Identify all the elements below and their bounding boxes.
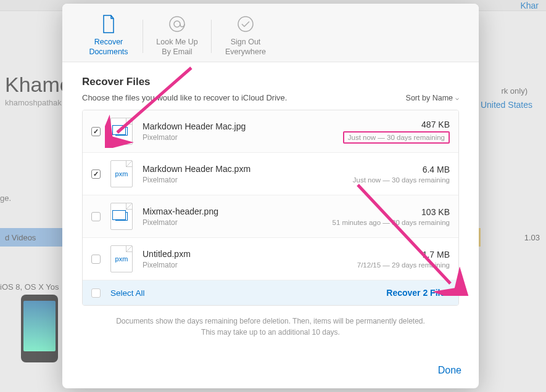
tab-look-me-up[interactable]: Look Me UpBy Email	[143, 11, 211, 62]
note-line2: This may take up to an additional 10 day…	[201, 328, 340, 337]
file-row[interactable]: ✓ pxm Markdown Header Mac.pxm Pixelmator…	[83, 153, 458, 195]
file-row[interactable]: ✓ Markdown Header Mac.jpg Pixelmator 487…	[83, 110, 458, 153]
modal-footer: Done	[62, 359, 479, 388]
file-checkbox[interactable]: ✓	[91, 127, 101, 136]
checkmark-circle-icon	[236, 15, 255, 33]
recover-button[interactable]: Recover 2 Files	[386, 288, 450, 298]
select-all-label: Select All	[110, 288, 145, 298]
modal-body: Recover Files Choose the files you would…	[62, 62, 479, 359]
file-app: Pixelmator	[143, 176, 353, 184]
tab0-l1: Recover	[94, 38, 123, 46]
tab2-l1: Sign Out	[231, 38, 261, 46]
chevron-down-icon: ⌵	[455, 94, 459, 101]
at-sign-icon	[168, 15, 186, 33]
tab1-l2: By Email	[162, 47, 192, 56]
file-name: Untitled.pxm	[143, 249, 357, 259]
tab2-l2: Everywhere	[225, 47, 266, 56]
pxm-icon: pxm	[115, 170, 128, 178]
done-button[interactable]: Done	[438, 365, 461, 376]
heading: Recover Files	[82, 76, 459, 88]
tab-recover-documents[interactable]: RecoverDocuments	[75, 11, 143, 62]
highlight-annotation: Just now — 30 days remaining	[343, 131, 450, 144]
note-line1: Documents show the days remaining before…	[116, 317, 425, 325]
file-name: Markdown Header Mac.pxm	[143, 164, 353, 174]
svg-point-0	[170, 17, 184, 31]
svg-point-1	[174, 21, 180, 27]
recover-modal: RecoverDocuments Look Me UpBy Email Sign…	[62, 4, 479, 388]
footer-note: Documents show the days remaining before…	[101, 316, 441, 338]
subtitle: Choose the files you would like to recov…	[82, 93, 287, 102]
tab0-l2: Documents	[89, 47, 128, 56]
file-name: Markdown Header Mac.jpg	[143, 121, 343, 131]
file-row[interactable]: pxm Untitled.pxm Pixelmator 1.7 MB 7/12/…	[83, 238, 458, 280]
file-checkbox[interactable]: ✓	[91, 169, 101, 179]
select-all-checkbox[interactable]	[91, 288, 101, 298]
select-all-button[interactable]: Select All	[91, 288, 145, 298]
action-row: Select All Recover 2 Files	[83, 280, 458, 305]
file-app: Pixelmator	[143, 133, 343, 142]
file-size: 1.7 MB	[357, 250, 450, 259]
modal-tabs: RecoverDocuments Look Me UpBy Email Sign…	[62, 4, 479, 62]
file-time: Just now — 30 days remaining	[348, 134, 445, 141]
file-name: Mixmax-header.png	[143, 206, 333, 216]
file-size: 6.4 MB	[353, 165, 450, 174]
file-type-icon	[110, 118, 133, 145]
sort-dropdown[interactable]: Sort by Name ⌵	[406, 94, 459, 102]
image-icon	[115, 212, 128, 221]
pxm-icon: pxm	[115, 255, 128, 263]
document-icon	[99, 15, 118, 33]
file-app: Pixelmator	[143, 218, 333, 227]
file-app: Pixelmator	[143, 261, 357, 269]
file-time: 51 minutes ago — 30 days remaining	[333, 219, 450, 226]
checkmark-icon: ✓	[93, 128, 99, 136]
file-time: 7/12/15 — 29 days remaining	[357, 261, 450, 269]
file-type-icon: pxm	[110, 160, 133, 187]
svg-point-2	[238, 17, 253, 31]
checkmark-icon: ✓	[93, 170, 99, 178]
tab-sign-out[interactable]: Sign OutEverywhere	[212, 11, 279, 62]
file-size: 103 KB	[333, 207, 450, 217]
tab1-l1: Look Me Up	[156, 38, 197, 46]
file-time: Just now — 30 days remaining	[353, 176, 450, 184]
file-checkbox[interactable]	[91, 255, 101, 264]
image-icon	[115, 127, 128, 136]
file-checkbox[interactable]	[91, 212, 101, 221]
sort-label: Sort by Name	[406, 94, 453, 102]
file-type-icon: pxm	[110, 245, 133, 272]
file-size: 487 KB	[343, 120, 450, 129]
file-row[interactable]: Mixmax-header.png Pixelmator 103 KB 51 m…	[83, 195, 458, 238]
file-type-icon	[110, 203, 133, 230]
file-list: ✓ Markdown Header Mac.jpg Pixelmator 487…	[82, 110, 459, 306]
